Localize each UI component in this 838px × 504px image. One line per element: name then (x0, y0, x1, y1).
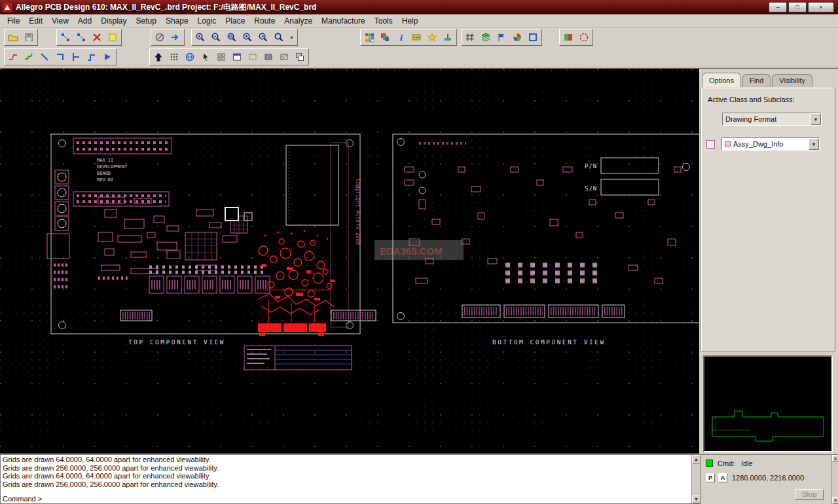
stop-button[interactable]: Stop (795, 489, 824, 500)
tee-icon[interactable] (69, 50, 83, 64)
panel-tabs: Options Find Visibility (702, 73, 814, 87)
cursor-coordinates: 1280.0000, 2216.0000 (732, 474, 804, 482)
class-dropdown-arrow-icon[interactable]: ▼ (811, 113, 821, 125)
stack-rect-icon[interactable] (293, 50, 307, 64)
svg-text:BOARD: BOARD (97, 171, 111, 176)
active-class-label: Active Class and Subclass: (708, 96, 835, 103)
sn-label: S/N (585, 185, 597, 192)
world-icon[interactable] (183, 50, 197, 64)
highlight-icon[interactable] (105, 30, 120, 45)
menu-view[interactable]: View (47, 15, 73, 27)
pad-grid-icon[interactable] (214, 50, 228, 64)
svg-text:EDA365.COM: EDA365.COM (380, 245, 443, 257)
zoom-toolbar: ▼ (191, 29, 298, 46)
pcb-canvas[interactable]: MAX II DEVELOPMENT BOARD REV 02 (0, 68, 699, 453)
line45-icon[interactable] (37, 50, 52, 64)
class-dropdown[interactable]: Drawing Format ▼ (722, 113, 822, 126)
dashed-circle-icon[interactable] (577, 30, 591, 45)
tab-options[interactable]: Options (702, 73, 741, 87)
menu-route[interactable]: Route (249, 15, 280, 27)
menu-add[interactable]: Add (73, 15, 96, 27)
frame-icon[interactable] (526, 30, 540, 45)
film-icon[interactable] (409, 30, 424, 45)
close-button[interactable]: × (808, 2, 834, 12)
console-line: Grids are drawn 64.0000, 64.0000 apart f… (3, 472, 691, 480)
toolbar-row-2 (0, 47, 838, 67)
svg-text:DEVELOPMENT: DEVELOPMENT (97, 164, 128, 170)
label-flag-icon[interactable] (494, 30, 509, 45)
hatch-rect-icon[interactable] (277, 50, 291, 64)
grid-toggle-icon[interactable] (463, 30, 477, 45)
fix-toolbar (151, 29, 185, 46)
command-console: Grids are drawn 64.0000, 64.0000 apart f… (0, 454, 701, 504)
color-priority-icon[interactable] (378, 30, 392, 45)
rats-off-icon[interactable] (74, 30, 88, 45)
zoom-dropdown-icon[interactable]: ▼ (287, 30, 296, 45)
done-icon[interactable] (168, 30, 183, 45)
layers-icon[interactable] (479, 30, 493, 45)
brush-icon[interactable] (441, 30, 455, 45)
status-scrollbar[interactable]: ▲ ▼ (831, 455, 838, 504)
pn-label: P/N (585, 163, 597, 170)
color-dialog-icon[interactable] (362, 30, 376, 45)
menu-analyze[interactable]: Analyze (280, 15, 317, 27)
zoom-previous-icon[interactable] (256, 30, 270, 45)
menu-tools[interactable]: Tools (370, 15, 397, 27)
fix-icon[interactable] (153, 30, 167, 45)
zoom-selection-icon[interactable] (272, 30, 286, 45)
zoom-in-icon[interactable] (193, 30, 208, 45)
filled-rect-icon[interactable] (261, 50, 276, 64)
title-bar: Allegro PCB Design 610: MAX_II_RevC_.brd… (0, 0, 838, 14)
scroll-down-icon[interactable]: ▼ (832, 497, 838, 504)
zoom-world-icon[interactable] (240, 30, 255, 45)
menu-edit[interactable]: Edit (24, 15, 47, 27)
subclass-color-swatch[interactable] (706, 140, 715, 149)
minimize-button[interactable]: – (769, 2, 787, 12)
cmd-value: Idle (741, 459, 753, 467)
scroll-down-icon[interactable]: ▼ (692, 495, 701, 503)
jog-icon[interactable] (84, 50, 99, 64)
console-scrollbar[interactable]: ▲ ▼ (691, 455, 700, 503)
menu-setup[interactable]: Setup (132, 15, 161, 27)
menu-display[interactable]: Display (96, 15, 131, 27)
zoom-out-icon[interactable] (209, 30, 223, 45)
maximize-button[interactable]: □ (788, 2, 807, 12)
class-value: Drawing Format (725, 115, 811, 123)
rats-on-icon[interactable] (58, 30, 73, 45)
menu-place[interactable]: Place (221, 15, 249, 27)
menu-file[interactable]: File (3, 15, 24, 27)
info-icon[interactable]: i (393, 30, 408, 45)
scroll-up-icon[interactable]: ▲ (692, 455, 701, 463)
pick-button[interactable]: P (706, 473, 715, 482)
menu-manufacture[interactable]: Manufacture (317, 15, 370, 27)
delete-icon[interactable] (90, 30, 104, 45)
spread-icon[interactable] (22, 50, 36, 64)
pin-grid-icon[interactable] (167, 50, 181, 64)
command-prompt[interactable]: Command > (3, 495, 42, 503)
tab-visibility[interactable]: Visibility (772, 74, 812, 88)
zoom-fit-icon[interactable] (225, 30, 239, 45)
color-wheel-icon[interactable] (510, 30, 524, 45)
absolute-button[interactable]: A (718, 473, 727, 482)
tab-find[interactable]: Find (742, 74, 771, 88)
pointer-icon[interactable] (198, 50, 213, 64)
subclass-dropdown[interactable]: Assy_Dwg_Info ▼ (721, 137, 820, 151)
corner-icon[interactable] (53, 50, 67, 64)
play-icon[interactable] (100, 50, 115, 64)
menu-shape[interactable]: Shape (161, 15, 193, 27)
window-icon[interactable] (230, 50, 244, 64)
outline-rect-icon[interactable] (246, 50, 260, 64)
subclass-dropdown-arrow-icon[interactable]: ▼ (809, 138, 819, 150)
scroll-up-icon[interactable]: ▲ (832, 455, 838, 461)
menu-logic[interactable]: Logic (193, 15, 221, 27)
slide-icon[interactable] (6, 50, 20, 64)
up-arrow-icon[interactable] (151, 50, 166, 64)
menu-help[interactable]: Help (397, 15, 423, 27)
save-icon[interactable] (22, 30, 36, 45)
menu-bar: File Edit View Add Display Setup Shape L… (0, 14, 838, 27)
toggle-icon[interactable] (561, 30, 575, 45)
open-icon[interactable] (6, 30, 20, 45)
world-view-minimap[interactable] (703, 355, 833, 452)
shine-icon[interactable] (425, 30, 439, 45)
bottom-view-label: BOTTOM COMPONENT VIEW (492, 338, 606, 346)
